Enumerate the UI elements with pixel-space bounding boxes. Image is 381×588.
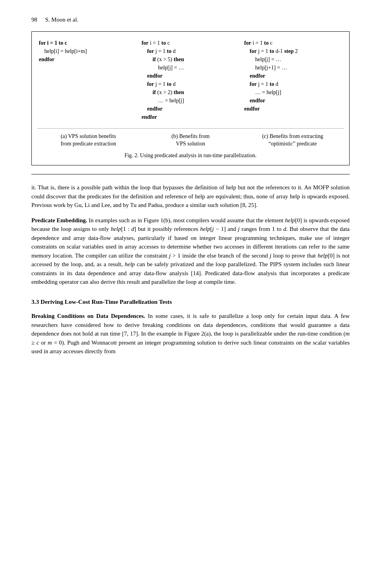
paragraph-1-text: it. That is, there is a possible path wi… bbox=[31, 184, 350, 208]
caption-sub-c: “optimistic” predicate bbox=[245, 140, 341, 148]
code-line: for i = 1 to c bbox=[39, 39, 135, 47]
caption-sub-b: VPS solution bbox=[142, 140, 238, 148]
code-line: for i = 1 to c bbox=[142, 39, 238, 47]
section-heading-text: 3.3 Deriving Low-Cost Run-Time Paralleli… bbox=[31, 298, 172, 305]
code-line: endfor bbox=[244, 72, 341, 80]
code-line: for i = 1 to c bbox=[244, 39, 341, 47]
paragraph-3-lead: Breaking Conditions on Data Dependences. bbox=[31, 313, 145, 319]
code-line: … = help[j] bbox=[244, 88, 341, 96]
code-line: endfor bbox=[39, 55, 135, 64]
code-line: … = help[j] bbox=[142, 96, 238, 105]
code-line: endfor bbox=[142, 105, 238, 113]
code-line: endfor bbox=[244, 96, 341, 105]
code-line: endfor bbox=[244, 105, 341, 113]
code-line: endfor bbox=[142, 113, 238, 121]
paragraph-2-body: In examples such as in Figure 1(b), most… bbox=[31, 217, 350, 285]
caption-label-c: (c) Benefits from extracting bbox=[245, 132, 341, 140]
page-number: 98 bbox=[31, 16, 37, 24]
code-line: help[i] = help[i+m] bbox=[39, 47, 135, 55]
fig-label: Fig. 2. Using predicated analysis in run… bbox=[37, 152, 344, 160]
caption-label-a: (a) VPS solution benefits bbox=[40, 132, 136, 140]
paragraph-1: it. That is, there is a possible path wi… bbox=[31, 183, 350, 210]
section-heading-3-3: 3.3 Deriving Low-Cost Run-Time Paralleli… bbox=[31, 298, 350, 306]
code-line: help[j] = … bbox=[244, 55, 341, 64]
fig-caption-text: Using predicated analysis in run-time pa… bbox=[140, 152, 257, 158]
caption-sub-a: from predicate extraction bbox=[40, 140, 136, 148]
caption-col-b: (b) Benefits from VPS solution bbox=[139, 132, 241, 148]
code-line: for j = 1 to d bbox=[142, 47, 238, 55]
caption-label-b: (b) Benefits from bbox=[142, 132, 238, 140]
page-header: 98 S. Moon et al. bbox=[31, 16, 350, 24]
figure-captions-row: (a) VPS solution benefits from predicate… bbox=[37, 128, 344, 148]
caption-col-c: (c) Benefits from extracting “optimistic… bbox=[242, 132, 344, 148]
code-line: if (x > 5) then bbox=[142, 55, 238, 64]
page: 98 S. Moon et al. for i = 1 to c help[i]… bbox=[0, 0, 381, 588]
caption-col-a: (a) VPS solution benefits from predicate… bbox=[37, 132, 139, 148]
figure-code-row: for i = 1 to c help[i] = help[i+m] endfo… bbox=[37, 39, 344, 121]
code-column-c: for i = 1 to c for j = 1 to d-1 step 2 h… bbox=[241, 39, 344, 121]
code-line: if (x > 2) then bbox=[142, 88, 238, 96]
paragraph-3: Breaking Conditions on Data Dependences.… bbox=[31, 312, 350, 356]
code-line: for j = 1 to d bbox=[244, 80, 341, 88]
section-divider bbox=[31, 174, 350, 174]
page-author: S. Moon et al. bbox=[45, 16, 78, 24]
code-line: help[j] = … bbox=[142, 64, 238, 72]
fig-label-text: Fig. 2. bbox=[124, 152, 139, 158]
code-column-a: for i = 1 to c help[i] = help[i+m] endfo… bbox=[37, 39, 139, 121]
code-line: endfor bbox=[142, 72, 238, 80]
figure-box: for i = 1 to c help[i] = help[i+m] endfo… bbox=[31, 31, 350, 165]
code-line: for j = 1 to d-1 step 2 bbox=[244, 47, 341, 55]
paragraph-2-lead: Predicate Embedding. bbox=[31, 217, 87, 223]
code-column-b: for i = 1 to c for j = 1 to d if (x > 5)… bbox=[139, 39, 241, 121]
code-line: help[j+1] = … bbox=[244, 64, 341, 72]
code-line: for j = 1 to d bbox=[142, 80, 238, 88]
paragraph-2: Predicate Embedding. In examples such as… bbox=[31, 216, 350, 287]
